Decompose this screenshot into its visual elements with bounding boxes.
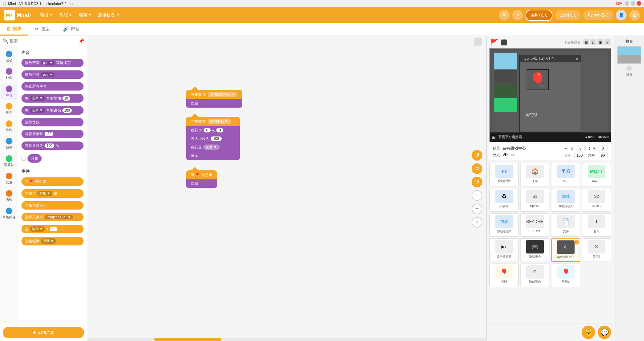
green-flag-block[interactable]: 当 🚩 被点击 (21, 177, 84, 186)
add-bg-btn[interactable]: 💬 (598, 326, 611, 339)
canvas-scrollbar[interactable] (87, 338, 486, 341)
game-window[interactable]: ayys游戏中心 V1.0 × 🎈 点气球 (519, 55, 581, 132)
more-btn[interactable]: ≡ (472, 217, 482, 228)
set-effect-block[interactable]: 将 音调 ▼ 音效设为 100 (21, 106, 84, 115)
key-pressed-block[interactable]: 当按下 空格 ▼ 键 (21, 189, 84, 198)
receive-login-block[interactable]: 当接收到 登录 ▼ (21, 237, 84, 245)
sprite-card-11[interactable]: 📄 文件 (551, 213, 580, 237)
add-extension-btn[interactable]: + 添加扩展 (3, 327, 84, 338)
cat-events[interactable]: 事件 (1, 101, 17, 117)
dropdown-game-center[interactable]: 游戏中心 ▼ (208, 119, 231, 124)
hat-block-1[interactable]: 当接收到 关闭游戏中心 ▼ (186, 90, 242, 99)
share-btn[interactable]: ↗ (512, 10, 523, 20)
cat-sensing[interactable]: 侦测 (1, 136, 17, 152)
sprite-card-17[interactable]: 🎈 气球 (489, 264, 519, 287)
maximize-btn[interactable] (631, 1, 635, 6)
hide-block-1[interactable]: 隐藏 (186, 99, 242, 108)
sprite-card-19[interactable]: 🎈 气球3 (551, 264, 580, 287)
game-close-btn[interactable]: × (576, 57, 578, 61)
sprite-card-10[interactable]: README README (520, 213, 549, 237)
sprite-card-12[interactable]: ♪ 音乐 (582, 213, 611, 237)
sprite-card-15[interactable]: ! Ai ayy游戏中心 (551, 238, 580, 262)
go-to-front-block[interactable]: 移到最 前面 ▼ (186, 143, 240, 152)
user-btn[interactable]: M (499, 10, 509, 20)
sprite-card-7[interactable]: 加载 加载小点2 (551, 188, 580, 212)
increase-effect-block[interactable]: 将 音调 ▼ 音效增加 10 (21, 94, 84, 103)
upload-mode-btn[interactable]: 上传模式 (555, 10, 581, 20)
size-value[interactable]: 100 (574, 153, 585, 158)
sprite-card-6[interactable]: S1 Sprite1 (520, 188, 549, 212)
y-val[interactable]: 0 (216, 128, 224, 132)
redo-btn[interactable]: ↻ (472, 163, 482, 174)
menu-tutorial[interactable]: 教程 ▼ (57, 11, 74, 19)
volume-checkbox[interactable] (21, 157, 25, 161)
search-input[interactable] (10, 39, 78, 43)
fit-btn[interactable]: 12 (472, 177, 482, 187)
sprite-card-14[interactable]: 🎮 游戏中心 (520, 238, 549, 262)
move-to-block[interactable]: 移到 x: 0 y: 0 (186, 126, 240, 134)
settings-btn[interactable]: ⚙ (629, 10, 640, 20)
sprite-card-5[interactable]: ♻ 回收站 (489, 188, 519, 212)
menu-edit[interactable]: 编辑 ▼ (77, 11, 94, 19)
menu-connect[interactable]: 连接设备 ▼ (96, 11, 121, 19)
cat-motion[interactable]: 运动 (1, 49, 17, 65)
change-volume-block[interactable]: 将音量增加 -10 (21, 130, 84, 138)
sprite-card-4[interactable]: MQTT MQTT (582, 163, 611, 186)
play-sound-block[interactable]: 播放声音 pop ▼ (21, 70, 84, 79)
x-val[interactable]: 0 (204, 128, 211, 132)
y-value[interactable]: 0 (598, 146, 608, 151)
dropdown-close-game[interactable]: 关闭游戏中心 ▼ (208, 92, 237, 97)
tab-blocks[interactable]: ⊞ 模块 (0, 23, 28, 36)
tab-costume[interactable]: ✏ 造型 (28, 23, 56, 36)
stop-btn[interactable]: ⬛ (501, 39, 507, 45)
close-btn[interactable] (637, 1, 641, 6)
avatar[interactable]: 👤 (616, 10, 627, 20)
set-size-block[interactable]: 将大小设为 100 (186, 134, 240, 143)
play-sound-wait-block[interactable]: 播放声音 pop ▼ 等待播完 (21, 59, 84, 67)
canvas-mini-btn[interactable] (474, 38, 482, 46)
realtime-mode-btn[interactable]: 实时模式 (526, 10, 552, 21)
cat-variables[interactable]: 变量 (1, 171, 17, 187)
show-block[interactable]: 显示 (186, 152, 240, 160)
sprite-card-2[interactable]: 🏠 主页 (520, 163, 549, 186)
cat-add-sprite-btn[interactable]: 🐱 (582, 326, 595, 339)
layer-dropdown[interactable]: 前面 ▼ (203, 145, 220, 150)
set-volume-block[interactable]: 将音量设为 100 % (21, 141, 84, 150)
receive-close-block[interactable]: 当接收到 关闭游戏中心 ▼ (186, 90, 242, 99)
tab-sound[interactable]: 🔊 声音 (56, 23, 86, 36)
sprite-card-3[interactable]: 平方 平方 (551, 163, 580, 186)
cat-operators[interactable]: 运算符 (1, 153, 17, 169)
hide-block-3[interactable]: 隐藏 (186, 179, 217, 188)
clear-effects-block[interactable]: 清除音效 (21, 118, 84, 126)
cat-functions[interactable]: 函数 (1, 188, 17, 204)
minimize-btn[interactable] (625, 1, 629, 6)
receive-game-block[interactable]: 当接收到 游戏中心 ▼ (186, 117, 240, 126)
size-val[interactable]: 100 (211, 136, 222, 141)
direction-value[interactable]: 90 (598, 153, 608, 158)
stage-thumb[interactable] (617, 46, 641, 64)
preview-size-btn-3[interactable]: ▣ (597, 39, 603, 45)
sprite-card-18[interactable]: G 游戏舞台 (520, 264, 549, 287)
cat-control[interactable]: 控制 (1, 118, 17, 134)
show-eye-icon[interactable]: 👁 (503, 152, 508, 158)
df-badge[interactable]: DF (615, 1, 623, 6)
green-flag-btn[interactable]: 🚩 (490, 38, 498, 46)
stop-all-sound-block[interactable]: 停止所有声音 (21, 82, 84, 91)
sprite-card-16[interactable]: × 关闭2 (582, 238, 611, 262)
backdrop-switch-block[interactable]: 当背景换成 imagenes_21 ▼ (21, 213, 84, 221)
python-mode-btn[interactable]: Python模式 (583, 10, 613, 20)
sprite-card-13[interactable]: ▶♪ 音乐播放器 (489, 238, 519, 262)
zoom-out-btn[interactable]: − (472, 204, 482, 214)
sprite-card-8[interactable]: S2 Sprite2 (582, 188, 611, 212)
preview-size-btn-1[interactable]: ⊡ (583, 39, 589, 45)
sprite-card-1[interactable]: ⚙⚙ 系统配置2 (489, 163, 519, 186)
green-flag-hat[interactable]: 当 🚩 被点击 (186, 170, 217, 179)
preview-size-btn-2[interactable]: □ (590, 39, 596, 45)
cat-appearance[interactable]: 外观 (1, 66, 17, 82)
hide-eye-icon[interactable]: 👁 (511, 153, 516, 158)
cat-sound[interactable]: 声音 (1, 83, 17, 100)
menu-project[interactable]: 项目 ▼ (38, 11, 55, 19)
zoom-in-btn[interactable]: + (472, 190, 482, 201)
sprite-card-9[interactable]: 加载 加载小点3 (489, 213, 519, 237)
volume-reporter-block[interactable]: 音量 (28, 154, 42, 163)
